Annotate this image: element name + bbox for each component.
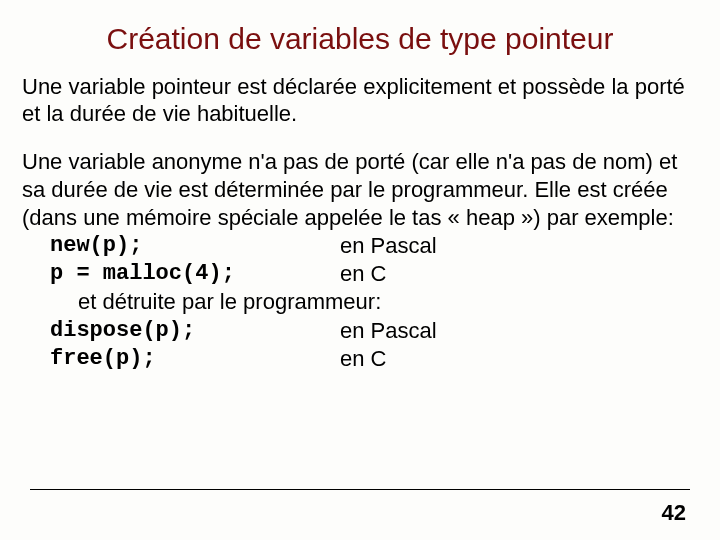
code-row-create-2: p = malloc(4); en C (22, 260, 698, 288)
code-create-2: p = malloc(4); (22, 260, 340, 288)
code-create-1: new(p); (22, 232, 340, 260)
paragraph-2-block: Une variable anonyme n'a pas de porté (c… (22, 148, 698, 373)
code-destroy-2: free(p); (22, 345, 340, 373)
code-row-destroy-2: free(p); en C (22, 345, 698, 373)
lang-create-2: en C (340, 260, 698, 288)
page-number: 42 (662, 500, 686, 526)
paragraph-2-intro: Une variable anonyme n'a pas de porté (c… (22, 148, 698, 232)
paragraph-1: Une variable pointeur est déclarée expli… (22, 74, 698, 128)
code-row-destroy-1: dispose(p); en Pascal (22, 317, 698, 345)
lang-destroy-2: en C (340, 345, 698, 373)
slide: Création de variables de type pointeur U… (0, 0, 720, 540)
code-destroy-1: dispose(p); (22, 317, 340, 345)
lang-destroy-1: en Pascal (340, 317, 698, 345)
horizontal-rule (30, 489, 690, 490)
lang-create-1: en Pascal (340, 232, 698, 260)
paragraph-2-mid: et détruite par le programmeur: (22, 288, 698, 316)
slide-title: Création de variables de type pointeur (22, 22, 698, 56)
code-row-create-1: new(p); en Pascal (22, 232, 698, 260)
